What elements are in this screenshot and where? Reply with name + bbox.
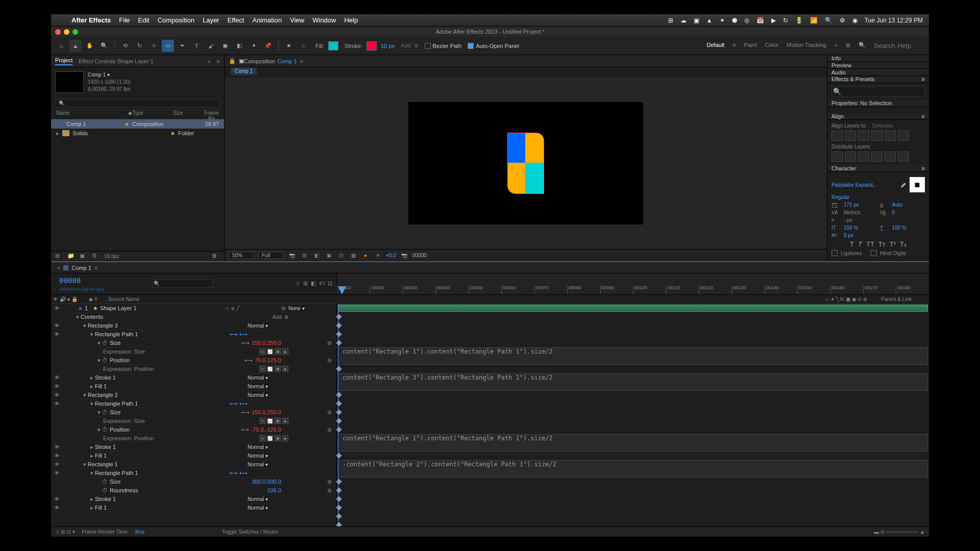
- fill-color[interactable]: ■: [910, 177, 925, 192]
- align-top[interactable]: [871, 131, 883, 141]
- panel-menu-icon[interactable]: ≡: [300, 58, 303, 64]
- keyframe-marker[interactable]: [336, 479, 341, 484]
- col-source[interactable]: Source Name: [108, 296, 825, 302]
- type-tool[interactable]: T: [190, 40, 203, 52]
- ruler-mark[interactable]: 00110: [666, 285, 698, 294]
- ruler-mark[interactable]: 00160: [830, 285, 863, 294]
- panel-character[interactable]: Character: [831, 165, 856, 171]
- stopwatch-icon[interactable]: ⏱: [102, 357, 108, 363]
- menu-composition[interactable]: Composition: [158, 16, 194, 24]
- keyframe-marker[interactable]: [336, 366, 341, 371]
- layer-row[interactable]: 👁▸Fill 1Normal ▾: [51, 382, 336, 391]
- layer-row[interactable]: 👁▸Stroke 1Normal ▾: [51, 443, 336, 452]
- status-icon[interactable]: 📅: [756, 17, 764, 24]
- panel-menu-icon[interactable]: ≡: [922, 113, 925, 119]
- composition-viewer[interactable]: [225, 78, 827, 249]
- twirl-icon[interactable]: ▾: [96, 340, 102, 346]
- layer-row[interactable]: 👁▾Rectangle Path 1⟷ ⟷: [51, 469, 336, 478]
- distribute-btn[interactable]: [858, 152, 869, 162]
- track-row[interactable]: [337, 339, 929, 347]
- expr-enable[interactable]: =: [259, 348, 265, 355]
- distribute-btn[interactable]: [871, 152, 883, 162]
- link-icon[interactable]: ⟷ ⟷: [230, 400, 248, 407]
- more-icon[interactable]: »: [835, 42, 838, 49]
- zoom-slider[interactable]: ▬ ⊙ ───────── ▲: [874, 529, 925, 535]
- tl-icon[interactable]: ⊹: [296, 280, 300, 287]
- vscale[interactable]: 100 %: [844, 225, 877, 231]
- align-to-select[interactable]: Selection: [872, 123, 893, 129]
- ruler-mark[interactable]: 00100: [633, 285, 666, 294]
- ruler-mark[interactable]: 00120: [699, 285, 731, 294]
- clone-tool[interactable]: ▣: [219, 40, 231, 52]
- pickwhip-icon[interactable]: ⊚: [327, 427, 334, 433]
- anchor-tool[interactable]: ⊹: [148, 40, 160, 52]
- siri-icon[interactable]: ◉: [852, 17, 857, 24]
- color-icon[interactable]: ●: [361, 252, 370, 260]
- italic-btn[interactable]: T: [858, 240, 862, 248]
- track-row[interactable]: [337, 321, 929, 330]
- close-window[interactable]: [55, 29, 61, 35]
- tab-project[interactable]: Project: [55, 57, 72, 65]
- weight-select[interactable]: Regular: [831, 194, 925, 200]
- link-icon[interactable]: ⟷: [241, 427, 249, 433]
- layer-duration-bar[interactable]: [338, 305, 928, 312]
- tl-icon[interactable]: ⊡: [328, 280, 332, 287]
- keyframe-marker[interactable]: [336, 487, 341, 493]
- playhead-line[interactable]: [338, 304, 338, 527]
- resolution-select[interactable]: Full: [258, 252, 284, 259]
- leading[interactable]: Auto: [892, 202, 925, 208]
- timeline-search[interactable]: [152, 279, 213, 288]
- expr-enable[interactable]: =: [259, 418, 265, 424]
- layer-row[interactable]: 👁▾Rectangle Path 1⟷ ⟷: [51, 330, 336, 339]
- track-row[interactable]: content("Rectangle 1").content("Rectangl…: [338, 347, 928, 365]
- track-row[interactable]: [337, 304, 929, 313]
- expr-pickwhip[interactable]: ⊚: [275, 366, 281, 372]
- search-icon[interactable]: 🔍: [825, 17, 832, 24]
- keyframe-marker[interactable]: [336, 522, 341, 527]
- hamburger-icon[interactable]: ≡: [732, 42, 736, 49]
- track-row[interactable]: [337, 504, 929, 512]
- ruler-mark[interactable]: 00010: [337, 285, 370, 294]
- menu-animation[interactable]: Animation: [252, 16, 282, 24]
- track-row[interactable]: [337, 365, 929, 373]
- tl-icon[interactable]: ⊞: [303, 280, 308, 287]
- expr-pickwhip[interactable]: ⊚: [275, 348, 281, 355]
- status-icon[interactable]: ⊞: [668, 17, 673, 24]
- blend-mode[interactable]: Normal ▾: [248, 384, 268, 389]
- ligatures-checkbox[interactable]: [831, 250, 838, 256]
- ruler-mark[interactable]: 00180: [896, 285, 928, 294]
- track-row[interactable]: [337, 521, 929, 527]
- track-row[interactable]: [337, 391, 929, 399]
- layer-row[interactable]: 👁▸Stroke 1Normal ▾: [51, 495, 336, 504]
- link-icon[interactable]: ⟷: [241, 409, 250, 415]
- orbit-tool[interactable]: ⟲: [119, 40, 131, 52]
- smallcaps-btn[interactable]: Tт: [878, 240, 886, 248]
- stopwatch-icon[interactable]: ⏱: [102, 487, 108, 493]
- blend-mode[interactable]: Normal ▾: [248, 462, 268, 467]
- layer-row[interactable]: 👁▾Rectangle 2Normal ▾: [51, 391, 336, 399]
- visibility-toggle[interactable]: 👁: [53, 305, 60, 311]
- settings-icon[interactable]: ⚙: [92, 253, 100, 261]
- ruler-mark[interactable]: 00130: [731, 285, 764, 294]
- track-row[interactable]: [337, 399, 929, 408]
- status-icon[interactable]: ◎: [744, 17, 749, 24]
- col-size[interactable]: Size: [173, 110, 193, 119]
- pickwhip-icon[interactable]: ⊚: [281, 305, 288, 312]
- ruler-mark[interactable]: 00020: [370, 285, 402, 294]
- twirl-icon[interactable]: ▾: [96, 427, 102, 433]
- track-row[interactable]: [337, 313, 929, 321]
- pickwhip-icon[interactable]: ⊚: [327, 357, 334, 364]
- autopanel-checkbox[interactable]: [468, 43, 474, 49]
- twirl-icon[interactable]: ▾: [96, 409, 102, 416]
- visibility-toggle[interactable]: 👁: [53, 470, 60, 476]
- distribute-btn[interactable]: [831, 152, 843, 162]
- workspace-paint[interactable]: Paint: [744, 42, 757, 49]
- ruler-mark[interactable]: 00070: [534, 285, 567, 294]
- blend-mode[interactable]: Normal ▾: [248, 392, 268, 398]
- stroke-swatch[interactable]: [366, 41, 377, 51]
- project-search[interactable]: [55, 99, 220, 108]
- panel-menu-icon[interactable]: »: [207, 58, 210, 64]
- blend-mode[interactable]: Normal ▾: [248, 444, 268, 450]
- visibility-toggle[interactable]: 👁: [53, 331, 60, 337]
- transparency-icon[interactable]: ▦: [349, 252, 357, 260]
